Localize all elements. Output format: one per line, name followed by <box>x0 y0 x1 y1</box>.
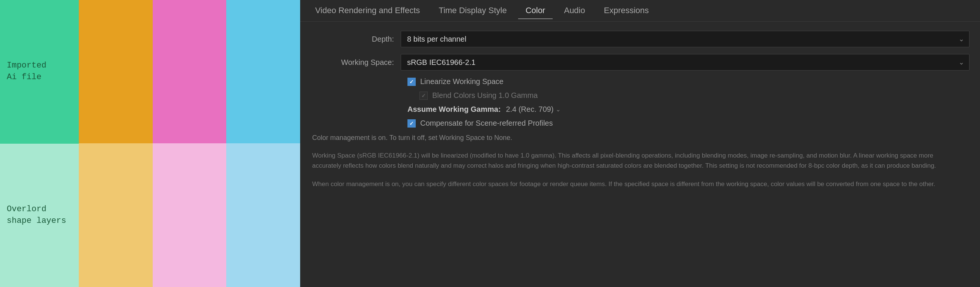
blend-colors-row: Blend Colors Using 1.0 Gamma <box>311 91 969 100</box>
description-block-2: When color management is on, you can spe… <box>311 179 948 189</box>
tabs-bar: Video Rendering and Effects Time Display… <box>300 0 980 22</box>
blend-colors-checkbox[interactable] <box>420 91 428 100</box>
working-space-label: Working Space: <box>311 58 401 67</box>
depth-select-wrapper: 8 bits per channel ⌄ <box>401 31 969 47</box>
description-block-1: Working Space (sRGB IEC61966-2.1) will b… <box>311 150 948 171</box>
depth-row: Depth: 8 bits per channel ⌄ <box>311 31 969 47</box>
linearize-checkbox[interactable] <box>407 78 416 86</box>
assume-gamma-row: Assume Working Gamma: 2.4 (Rec. 709) ⌄ <box>311 105 969 114</box>
swatch-lt-orange-bottom <box>79 144 153 287</box>
depth-label: Depth: <box>311 35 401 43</box>
left-panel: Imported Ai file Overlord shape layers <box>0 0 300 287</box>
imported-label: Imported Ai file <box>7 60 46 83</box>
compensate-label: Compensate for Scene-referred Profiles <box>420 119 553 128</box>
right-panel: Video Rendering and Effects Time Display… <box>300 0 980 287</box>
swatch-orange-top <box>79 0 153 144</box>
swatch-pink-top <box>153 0 227 144</box>
linearize-label: Linearize Working Space <box>420 77 504 86</box>
info-text: Color management is on. To turn it off, … <box>311 133 969 143</box>
tab-audio[interactable]: Audio <box>557 3 592 19</box>
blend-colors-label: Blend Colors Using 1.0 Gamma <box>432 91 538 100</box>
compensate-row: Compensate for Scene-referred Profiles <box>311 119 969 128</box>
overlord-label: Overlord shape layers <box>7 204 66 227</box>
assume-gamma-value[interactable]: 2.4 (Rec. 709) ⌄ <box>506 105 561 114</box>
working-space-select[interactable]: sRGB IEC61966-2.1 <box>401 54 969 70</box>
assume-gamma-label: Assume Working Gamma: <box>407 105 501 114</box>
swatch-lt-blue-bottom <box>226 144 300 287</box>
tab-color[interactable]: Color <box>518 3 553 19</box>
working-space-row: Working Space: sRGB IEC61966-2.1 ⌄ <box>311 54 969 70</box>
tab-expressions[interactable]: Expressions <box>596 3 656 19</box>
label-column: Imported Ai file Overlord shape layers <box>0 0 79 287</box>
imported-label-area: Imported Ai file <box>0 0 79 144</box>
swatch-blue-top <box>226 0 300 144</box>
settings-content: Depth: 8 bits per channel ⌄ Working Spac… <box>300 22 980 287</box>
swatch-lt-pink-bottom <box>153 144 227 287</box>
tab-video-rendering[interactable]: Video Rendering and Effects <box>308 3 427 19</box>
working-space-select-wrapper: sRGB IEC61966-2.1 ⌄ <box>401 54 969 70</box>
depth-select[interactable]: 8 bits per channel <box>401 31 969 47</box>
gamma-dropdown-arrow-icon: ⌄ <box>556 106 560 113</box>
compensate-checkbox[interactable] <box>407 119 416 128</box>
linearize-row: Linearize Working Space <box>311 77 969 86</box>
tab-time-display[interactable]: Time Display Style <box>431 3 514 19</box>
overlord-label-area: Overlord shape layers <box>0 144 79 287</box>
